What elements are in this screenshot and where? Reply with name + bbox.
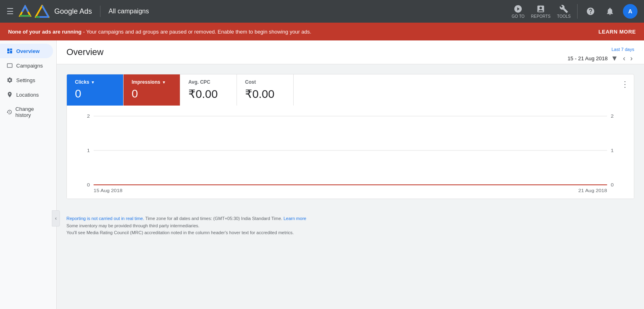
goto-icon bbox=[514, 4, 522, 13]
svg-text:21 Aug 2018: 21 Aug 2018 bbox=[578, 188, 608, 193]
goto-label: GO TO bbox=[512, 14, 525, 19]
page-title: Overview bbox=[66, 47, 104, 64]
help-icon bbox=[586, 7, 595, 16]
more-options-button[interactable]: ⋮ bbox=[616, 74, 634, 106]
notifications-icon bbox=[606, 7, 614, 16]
metric-pills-row: Clicks ▼ 0 Impressions ▼ 0 Avg. CPC ₹0.0… bbox=[67, 74, 634, 106]
reports-icon bbox=[536, 4, 545, 13]
date-picker[interactable]: 15 - 21 Aug 2018 ▼ ‹ › bbox=[567, 53, 634, 63]
avg-cpc-label: Avg. CPC bbox=[188, 79, 228, 85]
avg-cpc-value: ₹0.00 bbox=[188, 87, 228, 101]
sidebar-collapse-button[interactable]: ‹ bbox=[52, 210, 60, 226]
help-button[interactable] bbox=[584, 5, 597, 18]
app-name-label: Google Ads bbox=[54, 7, 92, 16]
svg-text:0: 0 bbox=[87, 182, 90, 188]
chart-area: 2 1 0 2 1 0 15 Aug 2018 21 Aug 2018 bbox=[67, 106, 634, 199]
account-avatar[interactable]: A bbox=[623, 4, 638, 19]
reports-nav-item[interactable]: REPORTS bbox=[531, 4, 550, 19]
svg-text:2: 2 bbox=[611, 114, 614, 119]
sidebar-item-locations-label: Locations bbox=[16, 92, 39, 98]
page-header: Overview Last 7 days 15 - 21 Aug 2018 ▼ … bbox=[57, 40, 644, 64]
date-range-area: Last 7 days 15 - 21 Aug 2018 ▼ ‹ › bbox=[567, 47, 634, 63]
footer-mrc-line: You'll see Media Rating Council (MRC) ac… bbox=[66, 229, 634, 237]
tools-label: TOOLS bbox=[557, 14, 571, 19]
top-navigation: ☰ Google Ads All campaigns GO TO REPORTS bbox=[0, 0, 644, 23]
sidebar: Overview Campaigns Settings Locations Ch… bbox=[0, 40, 57, 309]
sidebar-item-change-history-label: Change history bbox=[15, 106, 47, 118]
footer-learn-more-link[interactable]: Learn more bbox=[284, 216, 306, 221]
clicks-metric-pill[interactable]: Clicks ▼ 0 bbox=[67, 74, 124, 106]
alert-text: None of your ads are running - Your camp… bbox=[8, 29, 311, 35]
nav-divider bbox=[100, 6, 100, 17]
overview-icon bbox=[6, 48, 13, 54]
hamburger-menu[interactable]: ☰ bbox=[6, 6, 14, 16]
reporting-link[interactable]: Reporting is not carried out in real tim… bbox=[66, 216, 144, 221]
impressions-dropdown-arrow[interactable]: ▼ bbox=[162, 80, 166, 85]
cost-value: ₹0.00 bbox=[245, 87, 285, 101]
nav-icon-divider bbox=[577, 4, 578, 19]
impressions-value: 0 bbox=[132, 87, 172, 100]
learn-more-button[interactable]: LEARN MORE bbox=[599, 29, 636, 35]
svg-marker-3 bbox=[36, 6, 49, 17]
date-dropdown-button[interactable]: ▼ bbox=[609, 53, 620, 63]
notifications-button[interactable] bbox=[603, 5, 616, 18]
main-content: Overview Last 7 days 15 - 21 Aug 2018 ▼ … bbox=[57, 40, 644, 309]
goto-nav-item[interactable]: GO TO bbox=[512, 4, 525, 19]
sidebar-item-campaigns-label: Campaigns bbox=[16, 63, 43, 69]
google-ads-logo-icon bbox=[19, 5, 32, 18]
impressions-label: Impressions ▼ bbox=[132, 79, 172, 85]
sidebar-item-overview-label: Overview bbox=[16, 48, 40, 54]
cost-metric-pill: Cost ₹0.00 bbox=[237, 74, 294, 106]
date-next-button[interactable]: › bbox=[629, 53, 634, 63]
sidebar-item-campaigns[interactable]: Campaigns bbox=[0, 58, 53, 73]
svg-text:15 Aug 2018: 15 Aug 2018 bbox=[94, 188, 123, 193]
tools-icon bbox=[559, 4, 568, 13]
footer-reporting-line: Reporting is not carried out in real tim… bbox=[66, 215, 634, 222]
settings-icon bbox=[6, 77, 13, 83]
date-range-text: 15 - 21 Aug 2018 bbox=[567, 55, 608, 61]
svg-text:1: 1 bbox=[87, 148, 90, 153]
svg-text:0: 0 bbox=[611, 182, 614, 188]
sidebar-item-locations[interactable]: Locations bbox=[0, 87, 53, 102]
campaign-title-label: All campaigns bbox=[109, 8, 149, 15]
locations-icon bbox=[6, 91, 13, 98]
avg-cpc-metric-pill: Avg. CPC ₹0.00 bbox=[180, 74, 237, 106]
nav-right-actions: GO TO REPORTS TOOLS A bbox=[512, 4, 638, 19]
clicks-dropdown-arrow[interactable]: ▼ bbox=[91, 80, 95, 85]
alert-banner: None of your ads are running - Your camp… bbox=[0, 23, 644, 40]
cost-label: Cost bbox=[245, 79, 285, 85]
svg-line-6 bbox=[42, 6, 49, 17]
app-logo: Google Ads bbox=[19, 5, 92, 18]
overview-card: Clicks ▼ 0 Impressions ▼ 0 Avg. CPC ₹0.0… bbox=[66, 74, 634, 199]
page-footer: Reporting is not carried out in real tim… bbox=[57, 209, 644, 243]
google-ads-logo-icon bbox=[35, 5, 49, 18]
metric-spacer bbox=[294, 74, 616, 106]
date-label: Last 7 days bbox=[612, 47, 634, 52]
sidebar-item-settings-label: Settings bbox=[16, 77, 35, 83]
reports-label: REPORTS bbox=[531, 14, 550, 19]
clicks-value: 0 bbox=[75, 87, 115, 100]
change-history-icon bbox=[6, 109, 12, 115]
sidebar-item-settings[interactable]: Settings bbox=[0, 73, 53, 87]
footer-inventory-line: Some inventory may be provided through t… bbox=[66, 222, 634, 230]
svg-text:2: 2 bbox=[87, 114, 90, 119]
overview-chart: 2 1 0 2 1 0 15 Aug 2018 21 Aug 2018 bbox=[75, 112, 626, 193]
alert-bold-text: None of your ads are running bbox=[8, 29, 81, 35]
tools-nav-item[interactable]: TOOLS bbox=[557, 4, 571, 19]
sidebar-item-change-history[interactable]: Change history bbox=[0, 102, 53, 122]
footer-timezone-text: Time zone for all dates and times: (GMT+… bbox=[145, 216, 284, 221]
main-layout: Overview Campaigns Settings Locations Ch… bbox=[0, 40, 644, 309]
campaigns-icon bbox=[6, 62, 13, 69]
date-prev-button[interactable]: ‹ bbox=[621, 53, 627, 63]
alert-rest-text: - Your campaigns and ad groups are pause… bbox=[83, 29, 311, 35]
sidebar-item-overview[interactable]: Overview bbox=[0, 44, 53, 58]
svg-text:1: 1 bbox=[611, 148, 614, 153]
clicks-label: Clicks ▼ bbox=[75, 79, 115, 85]
impressions-metric-pill[interactable]: Impressions ▼ 0 bbox=[124, 74, 180, 106]
